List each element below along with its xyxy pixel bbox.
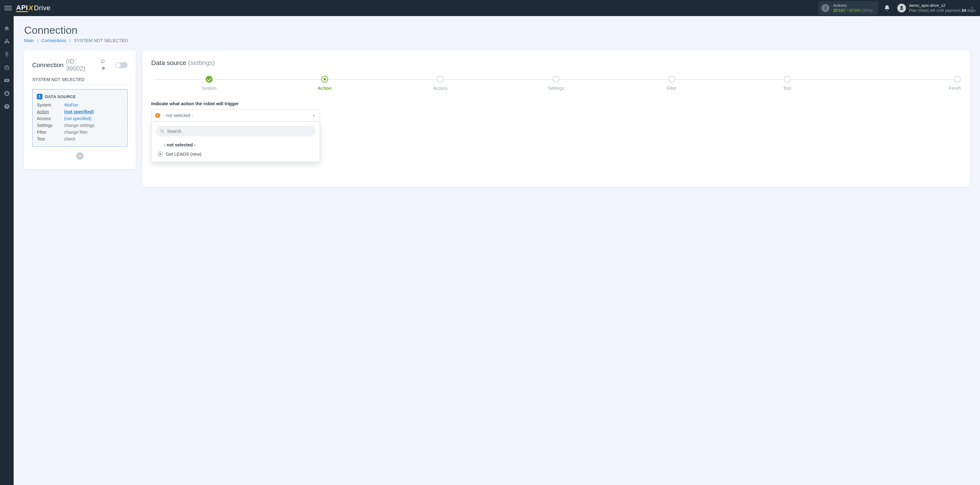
option-get-leads[interactable]: Get LEADS (new): [156, 149, 315, 159]
action-select-head[interactable]: ! - not selected -: [151, 109, 320, 122]
youtube-icon[interactable]: [4, 78, 10, 84]
row-filter-key: Filter: [37, 130, 62, 135]
home-icon[interactable]: [4, 25, 10, 32]
add-destination-button[interactable]: +: [76, 152, 84, 160]
action-dropdown: - not selected - Get LEADS (new): [151, 122, 320, 162]
row-test-key: Test: [37, 136, 62, 141]
chevron-up-icon: [312, 113, 316, 117]
step-system[interactable]: System: [151, 76, 267, 91]
row-system-key: System: [37, 103, 62, 108]
actions-quota-pill[interactable]: i Actions: 25'157 / 50'000 (50%): [818, 1, 878, 15]
data-source-box: 1 DATA SOURCE System WuFoo Action (not s…: [32, 89, 128, 147]
step-finish[interactable]: Finish: [845, 76, 961, 91]
user-icon[interactable]: [4, 90, 10, 97]
ds-title: DATA SOURCE: [45, 94, 76, 99]
wizard-stepper: System Action Access Settings Filter Tes…: [151, 76, 961, 91]
row-access-val[interactable]: (not specified): [64, 116, 123, 121]
crumb-connections[interactable]: Connections: [41, 38, 67, 43]
actions-sep: /: [845, 8, 849, 13]
actions-label: Actions:: [833, 3, 872, 8]
gear-icon[interactable]: [101, 66, 105, 71]
actions-pct: (50%): [862, 8, 872, 13]
user-plan-days: 24: [961, 8, 966, 13]
row-access-key: Access: [37, 116, 62, 121]
side-rail: [0, 16, 14, 485]
connection-enable-toggle[interactable]: [115, 62, 128, 68]
page-body: Connection Main / Connections / SYSTEM N…: [14, 16, 980, 485]
user-name: demo_apix-drive_s2: [909, 3, 976, 8]
step-test[interactable]: Test: [729, 76, 845, 91]
chevron-down-icon[interactable]: [970, 6, 974, 10]
page-title: Connection: [24, 24, 969, 36]
sitemap-icon[interactable]: [4, 38, 10, 44]
help-icon[interactable]: [4, 103, 10, 109]
action-search-box[interactable]: [156, 126, 315, 136]
row-system-val[interactable]: WuFoo: [64, 103, 123, 108]
connection-subhead: SYSTEM NOT SELECTED: [32, 77, 128, 85]
user-plan-prefix: Plan |Start| left until payment: [909, 8, 961, 13]
actions-used: 25'157: [833, 8, 845, 13]
ds-heading-sub: (settings): [188, 59, 215, 66]
step-filter[interactable]: Filter: [614, 76, 729, 91]
actions-total: 50'000: [849, 8, 861, 13]
step-action[interactable]: Action: [267, 76, 382, 91]
briefcase-icon[interactable]: [4, 64, 10, 71]
row-settings-key: Settings: [37, 123, 62, 128]
avatar-icon: [897, 4, 906, 13]
crumb-main[interactable]: Main: [24, 38, 34, 43]
brand-logo[interactable]: API X Drive: [16, 4, 51, 12]
hamburger-menu-icon[interactable]: [4, 4, 12, 12]
search-icon: [160, 129, 164, 133]
option-get-leads-label: Get LEADS (new): [166, 152, 201, 157]
ds-badge: 1: [37, 94, 43, 99]
step-settings[interactable]: Settings: [498, 76, 614, 91]
action-select-value: - not selected -: [163, 113, 193, 118]
crumb-current: SYSTEM NOT SELECTED: [74, 38, 128, 43]
play-icon: [158, 152, 163, 157]
row-action-val[interactable]: (not specified): [64, 109, 123, 114]
row-settings-val[interactable]: change settings: [64, 123, 123, 128]
logo-x: X: [29, 4, 33, 12]
connection-summary-card: Connection (ID: 39002) SYSTEM NOT SELECT…: [24, 51, 136, 169]
ds-heading: Data source: [151, 59, 186, 66]
topbar: API X Drive i Actions: 25'157 / 50'000 (…: [0, 0, 980, 16]
logo-drive: Drive: [34, 4, 51, 12]
option-not-selected[interactable]: - not selected -: [156, 140, 315, 149]
row-test-val[interactable]: check: [64, 136, 123, 141]
action-select: ! - not selected - - not selected - Get …: [151, 109, 320, 162]
crumb-sep: /: [37, 38, 38, 43]
connection-heading: Connection: [32, 62, 64, 69]
user-menu[interactable]: demo_apix-drive_s2 Plan |Start| left unt…: [897, 3, 976, 13]
action-search-input[interactable]: [167, 129, 311, 134]
breadcrumb: Main / Connections / SYSTEM NOT SELECTED: [24, 38, 969, 43]
step-access[interactable]: Access: [383, 76, 498, 91]
data-source-settings-card: Data source (settings) System Action Acc…: [143, 51, 969, 187]
connection-id: (ID: 39002): [66, 58, 97, 72]
row-action-key[interactable]: Action: [37, 109, 62, 114]
logo-api: API: [16, 4, 28, 12]
action-prompt: Indicate what action the robot will trig…: [151, 101, 961, 106]
user-plan: Plan |Start| left until payment 24 days: [909, 8, 976, 13]
dollar-icon[interactable]: [4, 51, 10, 57]
crumb-sep: /: [69, 38, 71, 43]
info-icon: i: [821, 4, 829, 12]
copy-icon[interactable]: [101, 59, 105, 63]
notifications-bell-icon[interactable]: [884, 5, 891, 11]
row-filter-val[interactable]: change filter: [64, 130, 123, 135]
warning-icon: !: [155, 113, 160, 118]
